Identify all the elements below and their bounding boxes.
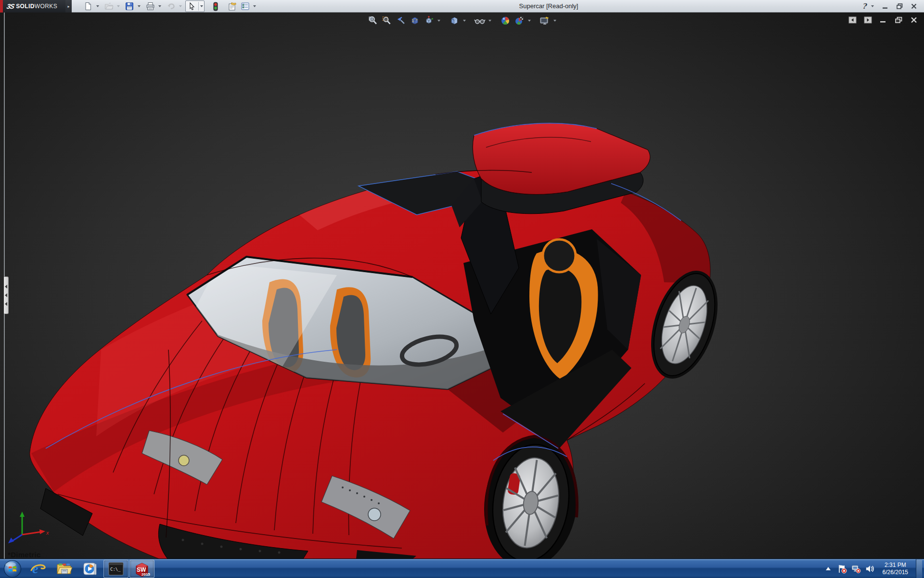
window-title: Supercar [Read-only] bbox=[472, 0, 626, 13]
title-bar: 3S SOLIDWORKS ▸ bbox=[0, 0, 924, 13]
view-settings-button[interactable] bbox=[539, 14, 551, 27]
solidworks-2015-icon: SW 2015 bbox=[133, 560, 151, 578]
expand-display-pane-button[interactable] bbox=[847, 15, 858, 24]
edit-appearance-icon bbox=[500, 15, 511, 26]
rebuild-button[interactable] bbox=[209, 1, 222, 12]
restore-icon bbox=[897, 3, 903, 9]
network-error-icon bbox=[851, 564, 861, 574]
open-button[interactable] bbox=[103, 1, 115, 12]
view-orientation-dropdown[interactable] bbox=[436, 14, 441, 27]
taskbar: e C bbox=[0, 559, 924, 578]
clock-date: 6/26/2015 bbox=[883, 569, 908, 576]
expand-display-pane-icon bbox=[848, 16, 857, 24]
previous-view-icon bbox=[396, 15, 406, 26]
view-settings-icon bbox=[539, 15, 551, 26]
help-icon: ? bbox=[862, 2, 867, 11]
volume-button[interactable] bbox=[865, 559, 875, 578]
zoom-to-area-button[interactable] bbox=[381, 14, 393, 27]
open-dropdown[interactable] bbox=[116, 1, 121, 12]
hide-show-items-button[interactable] bbox=[474, 14, 486, 27]
open-icon bbox=[104, 2, 114, 11]
select-button[interactable] bbox=[186, 1, 198, 12]
edit-appearance-button[interactable] bbox=[499, 14, 512, 27]
doc-close-icon bbox=[911, 17, 917, 23]
section-view-icon bbox=[410, 15, 420, 26]
window-controls: ? bbox=[858, 0, 920, 13]
new-dropdown[interactable] bbox=[95, 1, 100, 12]
taskbar-command-prompt[interactable]: C:\_ bbox=[103, 560, 128, 578]
taskbar-clock[interactable]: 2:31 PM 6/26/2015 bbox=[879, 559, 911, 578]
apply-scene-dropdown[interactable] bbox=[527, 14, 532, 27]
taskbar-internet-explorer[interactable]: e bbox=[26, 560, 51, 578]
new-document-button[interactable] bbox=[82, 1, 94, 12]
options-button[interactable] bbox=[239, 1, 251, 12]
print-button[interactable] bbox=[144, 1, 156, 12]
options-icon bbox=[241, 2, 250, 11]
options-dropdown[interactable] bbox=[252, 1, 257, 12]
speaker-icon bbox=[865, 564, 875, 574]
windows-start-icon bbox=[3, 560, 22, 578]
display-style-icon bbox=[449, 15, 460, 26]
supercar-model[interactable] bbox=[0, 13, 924, 559]
graphics-area[interactable]: x *Dimetric bbox=[0, 13, 924, 559]
expand-task-pane-button[interactable] bbox=[862, 15, 873, 24]
zoom-to-fit-button[interactable] bbox=[367, 14, 379, 27]
taskbar-media-player[interactable] bbox=[77, 560, 103, 578]
windows-explorer-icon bbox=[56, 561, 72, 577]
help-button[interactable]: ? bbox=[858, 1, 871, 12]
view-orientation-button[interactable] bbox=[423, 14, 435, 27]
doc-minimize-icon bbox=[880, 17, 886, 23]
select-cursor-icon bbox=[188, 2, 196, 11]
standard-toolbar bbox=[82, 0, 259, 12]
triad-x-label: x bbox=[46, 530, 49, 536]
print-dropdown[interactable] bbox=[157, 1, 162, 12]
headsup-view-toolbar bbox=[367, 14, 557, 27]
command-prompt-icon: C:\_ bbox=[108, 562, 124, 576]
start-button[interactable] bbox=[0, 559, 25, 578]
print-icon bbox=[146, 2, 155, 11]
display-style-dropdown[interactable] bbox=[462, 14, 467, 27]
seat-headrest bbox=[543, 239, 576, 272]
taskbar-windows-explorer[interactable] bbox=[51, 560, 77, 578]
clock-time: 2:31 PM bbox=[883, 562, 908, 569]
show-desktop-button[interactable] bbox=[916, 559, 922, 578]
internet-explorer-icon: e bbox=[30, 561, 46, 577]
minimize-button[interactable] bbox=[879, 1, 891, 12]
network-status-button[interactable] bbox=[851, 559, 861, 578]
rebuild-traffic-light-icon bbox=[213, 2, 218, 11]
view-orientation-label: *Dimetric bbox=[8, 551, 41, 559]
view-settings-dropdown[interactable] bbox=[552, 14, 557, 27]
expand-task-pane-icon bbox=[864, 16, 872, 24]
show-hidden-icons-button[interactable] bbox=[823, 559, 833, 578]
save-dropdown[interactable] bbox=[136, 1, 141, 12]
minimize-icon bbox=[882, 3, 888, 9]
help-dropdown[interactable] bbox=[870, 1, 875, 12]
file-properties-icon bbox=[227, 2, 237, 11]
undo-icon bbox=[167, 2, 176, 11]
previous-view-button[interactable] bbox=[395, 14, 407, 27]
action-center-button[interactable] bbox=[837, 559, 847, 578]
menu-expand-arrow[interactable]: ▸ bbox=[65, 0, 72, 13]
restore-button[interactable] bbox=[893, 1, 906, 12]
doc-restore-button[interactable] bbox=[893, 15, 904, 24]
display-style-button[interactable] bbox=[448, 14, 461, 27]
hide-show-items-dropdown[interactable] bbox=[488, 14, 492, 27]
show-hidden-icons-icon bbox=[825, 566, 832, 572]
undo-button[interactable] bbox=[165, 1, 177, 12]
save-button[interactable] bbox=[123, 1, 136, 12]
section-view-button[interactable] bbox=[409, 14, 421, 27]
close-icon bbox=[911, 3, 917, 9]
doc-close-button[interactable] bbox=[909, 15, 919, 24]
svg-text:2015: 2015 bbox=[141, 572, 150, 577]
doc-minimize-button[interactable] bbox=[878, 15, 888, 24]
system-tray: 2:31 PM 6/26/2015 bbox=[823, 559, 924, 578]
close-button[interactable] bbox=[908, 1, 920, 12]
solidworks-logo: 3S SOLIDWORKS bbox=[3, 0, 65, 13]
media-player-icon bbox=[82, 561, 98, 577]
taskbar-solidworks[interactable]: SW 2015 bbox=[129, 560, 154, 578]
reference-triad: x bbox=[6, 510, 50, 545]
apply-scene-button[interactable] bbox=[513, 14, 526, 27]
select-dropdown[interactable] bbox=[199, 1, 204, 12]
undo-dropdown[interactable] bbox=[178, 1, 183, 12]
file-properties-button[interactable] bbox=[226, 1, 238, 12]
